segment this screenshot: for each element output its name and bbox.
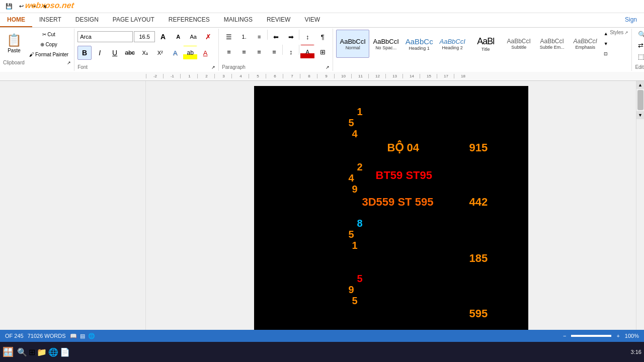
style-heading1-label: Heading 1 <box>409 46 430 51</box>
style-normal-label: Normal <box>346 45 360 50</box>
taskbar-search[interactable]: 🔍 <box>17 347 27 357</box>
bold-button[interactable]: B <box>77 46 92 60</box>
paste-button[interactable]: 📋 Paste <box>3 30 25 57</box>
multilevel-button[interactable]: ≡ <box>252 30 266 44</box>
undo-button[interactable]: ↩ <box>16 2 26 12</box>
change-case-button[interactable]: Aa <box>186 30 200 44</box>
subscript-button[interactable]: X₂ <box>138 46 152 60</box>
taskbar-start-button[interactable]: 🪟 <box>3 346 14 357</box>
status-right: − + 100% <box>563 333 639 339</box>
justify-button[interactable]: ≡ <box>267 45 281 59</box>
style-emphasis[interactable]: AaBbCcI Emphasis <box>569 30 602 58</box>
decrease-indent-button[interactable]: ⬅ <box>269 30 283 44</box>
grow-font-button[interactable]: A <box>156 30 170 44</box>
highlight-color-button[interactable]: ab <box>183 46 197 60</box>
style-heading2[interactable]: AaBbCcI Heading 2 <box>436 30 469 58</box>
label-bq04: BỘ 04 <box>387 141 419 154</box>
paste-icon: 📋 <box>7 33 22 48</box>
shading-button[interactable]: A <box>300 45 314 59</box>
styles-expand[interactable]: ⊡ <box>602 50 610 58</box>
line-spacing-button[interactable]: ↕ <box>284 45 298 59</box>
copy-icon: ⊕ <box>40 42 44 47</box>
styles-expand-button[interactable]: ↗ <box>624 30 628 35</box>
tab-design[interactable]: DESIGN <box>68 13 106 27</box>
tab-view[interactable]: VIEW <box>297 13 327 27</box>
bullets-button[interactable]: ☰ <box>222 30 236 44</box>
taskbar-explorer[interactable]: 📁 <box>37 347 47 357</box>
tab-page-layout[interactable]: PAGE LAYOUT <box>106 13 162 27</box>
sort-button[interactable]: ↕ <box>300 30 314 44</box>
page-info: OF 245 <box>5 333 24 339</box>
copy-button[interactable]: ⊕Copy <box>27 40 71 49</box>
scroll-thumb[interactable] <box>637 90 643 110</box>
numbering-button[interactable]: 1. <box>237 30 251 44</box>
label-3d559: 3D559 ST 595 <box>362 196 434 209</box>
align-left-button[interactable]: ≡ <box>222 45 236 59</box>
select-button[interactable]: ⬚ Select ▼ <box>635 52 644 61</box>
align-center-button[interactable]: ≡ <box>237 45 251 59</box>
replace-button[interactable]: ⇄ Replace <box>635 41 644 50</box>
layout-icon[interactable]: ▤ <box>80 333 85 339</box>
tab-review[interactable]: REVIEW <box>260 13 297 27</box>
styles-scroll-up[interactable]: ▲ <box>602 30 610 38</box>
taskbar-word[interactable]: 📄 <box>60 347 70 357</box>
shrink-font-button[interactable]: A <box>171 30 185 44</box>
ruler-mark: 2 <box>197 74 214 78</box>
scroll-down-button[interactable]: ▼ <box>636 111 645 119</box>
taskbar-taskview[interactable]: ⊞ <box>29 347 35 357</box>
scroll-up-button[interactable]: ▲ <box>636 81 645 89</box>
superscript-button[interactable]: X² <box>153 46 167 60</box>
format-painter-button[interactable]: 🖌Format Painter <box>27 50 71 59</box>
number-4b: 4 <box>349 172 354 184</box>
increase-indent-button[interactable]: ➡ <box>284 30 298 44</box>
ruler-mark: 6 <box>266 74 283 78</box>
label-bt59: BT59 ST95 <box>376 169 433 182</box>
font-expand-button[interactable]: ↗ <box>211 65 215 70</box>
borders-button[interactable]: ⊞ <box>315 45 330 59</box>
style-title[interactable]: AaBl Title <box>469 30 502 58</box>
find-button[interactable]: 🔍 Find ▼ <box>635 30 644 39</box>
italic-button[interactable]: I <box>93 46 107 60</box>
sign-in-button[interactable]: Sign <box>618 13 644 27</box>
web-layout-icon[interactable]: 🌐 <box>88 333 95 339</box>
vertical-scrollbar[interactable]: ▲ ▼ <box>636 81 644 362</box>
styles-group-label: Styles <box>610 30 623 35</box>
paragraph-expand-button[interactable]: ↗ <box>326 65 330 70</box>
text-effects-button[interactable]: A <box>168 46 182 60</box>
clear-format-button[interactable]: ✗ <box>201 30 215 44</box>
style-subtitle[interactable]: AaBbCcI Subtitle <box>502 30 535 58</box>
font-name-input[interactable] <box>77 31 133 42</box>
taskbar-edge[interactable]: 🌐 <box>48 347 58 357</box>
page-content: 1 5 4 BỘ 04 915 2 4 9 BT59 ST95 3D559 ST… <box>259 91 523 332</box>
zoom-in-button[interactable]: + <box>616 333 619 339</box>
tab-insert[interactable]: INSERT <box>32 13 68 27</box>
strikethrough-button[interactable]: abc <box>123 46 137 60</box>
style-heading1[interactable]: AaBbCc Heading 1 <box>403 30 436 58</box>
zoom-level: 100% <box>625 333 639 339</box>
tab-mailings[interactable]: MAILINGS <box>217 13 260 27</box>
quick-access-toolbar: 💾 ↩ ↪ ▼ webxoso.net <box>0 0 644 13</box>
save-button[interactable]: 💾 <box>4 2 14 12</box>
style-no-space[interactable]: AaBbCcI No Spac... <box>369 30 403 58</box>
redo-button[interactable]: ↪ <box>28 2 38 12</box>
clipboard-expand-button[interactable]: ↗ <box>67 60 71 65</box>
font-color-button[interactable]: A <box>198 46 212 60</box>
font-size-input[interactable] <box>134 31 155 42</box>
zoom-out-button[interactable]: − <box>563 333 566 339</box>
style-subtle-em[interactable]: AaBbCcI Subtle Em... <box>535 30 569 58</box>
zoom-slider[interactable] <box>571 335 611 337</box>
tab-references[interactable]: REFERENCES <box>162 13 217 27</box>
document-area[interactable]: 1 5 4 BỘ 04 915 2 4 9 BT59 ST95 3D559 ST… <box>146 81 636 362</box>
tab-home[interactable]: HOME <box>0 13 32 27</box>
paragraph-group: ☰ 1. ≡ ⬅ ➡ ↕ ¶ ≡ ≡ ≡ ≡ ↕ A ⊞ <box>219 29 333 71</box>
clipboard-label: Clipboard <box>3 60 25 65</box>
cut-button[interactable]: ✂Cut <box>27 30 71 39</box>
show-paragraph-button[interactable]: ¶ <box>315 30 330 44</box>
proofing-icon[interactable]: 📖 <box>70 333 77 339</box>
styles-scroll-down[interactable]: ▼ <box>602 40 610 48</box>
style-normal[interactable]: AaBbCcI Normal <box>336 30 369 58</box>
align-right-button[interactable]: ≡ <box>252 45 266 59</box>
customize-qat-button[interactable]: ▼ <box>40 2 50 12</box>
underline-button[interactable]: U <box>108 46 122 60</box>
styles-scroll-buttons: ▲ ▼ ⊡ <box>602 30 610 58</box>
